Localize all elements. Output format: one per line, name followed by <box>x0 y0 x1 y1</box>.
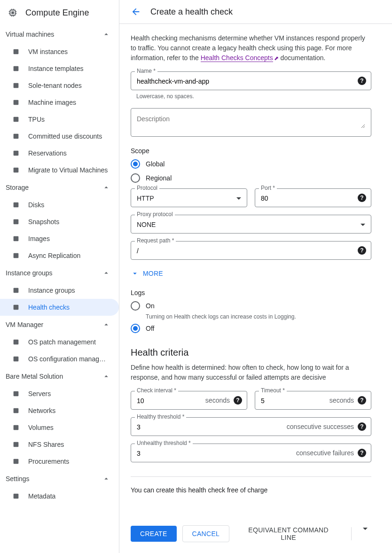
sidebar-item-label: Health checks <box>28 304 70 311</box>
sidebar-item-label: NFS Shares <box>28 441 64 448</box>
sidebar-item-label: Instance templates <box>28 65 84 72</box>
sidebar-item-label: Procurements <box>28 458 69 465</box>
section-header[interactable]: Storage <box>0 179 119 196</box>
request-path-input[interactable] <box>137 247 365 255</box>
timeout-input[interactable] <box>261 397 314 405</box>
help-icon[interactable]: ? <box>234 396 242 405</box>
logs-on-hint: Turning on Health check logs can increas… <box>146 313 371 320</box>
brand: Compute Engine <box>0 0 119 25</box>
sidebar-item-label: Sole-tenant nodes <box>28 82 82 89</box>
ig-icon <box>10 287 22 294</box>
help-icon[interactable]: ? <box>358 246 366 255</box>
sidebar-item-servers[interactable]: Servers <box>0 385 119 402</box>
unhealthy-threshold-field[interactable]: Unhealthy threshold * consecutive failur… <box>131 444 371 462</box>
request-path-field[interactable]: Request path * ? <box>131 241 371 260</box>
unhealthy-threshold-input[interactable] <box>137 450 314 457</box>
check-interval-input[interactable] <box>137 397 189 405</box>
logs-radio-on[interactable]: On <box>131 301 371 311</box>
back-button[interactable] <box>131 7 141 17</box>
scope-radio-global[interactable]: Global <box>131 159 371 169</box>
discount-icon <box>10 132 22 140</box>
help-icon[interactable]: ? <box>358 449 366 457</box>
svg-rect-9 <box>14 219 19 225</box>
section-header[interactable]: Virtual machines <box>0 25 119 43</box>
logs-radio-off[interactable]: Off <box>131 324 371 333</box>
image-icon <box>10 235 22 242</box>
svg-rect-0 <box>14 49 19 55</box>
chevron-down-icon <box>361 224 365 226</box>
help-icon[interactable]: ? <box>358 194 366 202</box>
sidebar-item-health-checks[interactable]: Health checks <box>0 299 119 316</box>
health-criteria-desc: Define how health is determined: how oft… <box>131 363 371 382</box>
sidebar-item-sole-tenant-nodes[interactable]: Sole-tenant nodes <box>0 77 119 94</box>
sidebar-item-label: OS configuration manageme... <box>28 355 108 363</box>
chevron-down-icon <box>236 197 241 200</box>
description-input[interactable] <box>137 115 365 128</box>
sidebar-item-metadata[interactable]: Metadata <box>0 488 119 505</box>
help-icon[interactable]: ? <box>358 77 366 85</box>
radio-label: Regional <box>146 174 172 182</box>
name-field[interactable]: Name * ? <box>131 71 371 90</box>
sidebar-item-label: Migrate to Virtual Machines <box>28 166 108 174</box>
sidebar-item-committed-use-discounts[interactable]: Committed use discounts <box>0 128 119 145</box>
sidebar-item-instance-templates[interactable]: Instance templates <box>0 60 119 77</box>
create-button[interactable]: CREATE <box>131 526 177 542</box>
sidebar-item-nfs-shares[interactable]: NFS Shares <box>0 436 119 453</box>
sidebar-item-vm-instances[interactable]: VM instances <box>0 43 119 60</box>
scope-radio-regional[interactable]: Regional <box>131 173 371 183</box>
sidebar-item-label: Reservations <box>28 149 67 157</box>
svg-rect-21 <box>14 494 19 499</box>
sidebar-item-label: Instance groups <box>28 287 75 294</box>
brand-title: Compute Engine <box>25 8 89 18</box>
sidebar-item-disks[interactable]: Disks <box>0 196 119 213</box>
command-line-dropdown[interactable] <box>359 526 371 541</box>
protocol-field[interactable]: Protocol HTTP <box>131 188 247 207</box>
chevron-up-icon <box>102 320 110 329</box>
section-header[interactable]: Bare Metal Solution <box>0 367 119 385</box>
request-path-label: Request path * <box>135 237 176 244</box>
sidebar-item-procurements[interactable]: Procurements <box>0 453 119 470</box>
help-icon[interactable]: ? <box>358 422 366 431</box>
sidebar-item-instance-groups[interactable]: Instance groups <box>0 282 119 299</box>
sidebar-item-tpus[interactable]: TPUs <box>0 111 119 128</box>
radio-icon <box>131 324 140 333</box>
description-field[interactable] <box>131 108 371 137</box>
timeout-field[interactable]: Timeout * seconds ? <box>255 391 371 410</box>
sidebar-item-reservations[interactable]: Reservations <box>0 145 119 162</box>
section-title: Instance groups <box>6 269 53 277</box>
sidebar-item-label: Metadata <box>28 492 55 500</box>
vm-icon <box>10 48 22 55</box>
sidebar-item-snapshots[interactable]: Snapshots <box>0 213 119 230</box>
help-icon[interactable]: ? <box>358 396 366 405</box>
action-bar: CREATE CANCEL EQUIVALENT COMMAND LINE <box>131 522 371 545</box>
section-header[interactable]: Settings <box>0 470 119 488</box>
equivalent-command-line-button[interactable]: EQUIVALENT COMMAND LINE <box>235 522 342 545</box>
cancel-button[interactable]: CANCEL <box>182 525 230 542</box>
sidebar-item-os-configuration-manageme[interactable]: OS configuration manageme... <box>0 350 119 367</box>
sidebar-item-async-replication[interactable]: Async Replication <box>0 247 119 264</box>
svg-rect-11 <box>14 253 19 258</box>
sidebar-item-networks[interactable]: Networks <box>0 402 119 419</box>
proxy-protocol-field[interactable]: Proxy protocol NONE <box>131 215 371 234</box>
page-title: Create a health check <box>150 7 233 17</box>
patch-icon <box>10 338 22 346</box>
sidebar-item-os-patch-management[interactable]: OS patch management <box>0 334 119 350</box>
healthy-threshold-field[interactable]: Healthy threshold * consecutive successe… <box>131 417 371 436</box>
external-link-icon: ⬈ <box>274 55 279 62</box>
sidebar-item-machine-images[interactable]: Machine images <box>0 94 119 111</box>
volume-icon <box>10 424 22 431</box>
name-input[interactable] <box>137 78 365 85</box>
port-input[interactable] <box>261 195 365 202</box>
check-interval-field[interactable]: Check interval * seconds ? <box>131 391 247 410</box>
sidebar-item-migrate-to-virtual-machines[interactable]: Migrate to Virtual Machines <box>0 162 119 179</box>
sidebar-item-volumes[interactable]: Volumes <box>0 419 119 436</box>
sidebar-item-label: Committed use discounts <box>28 132 102 140</box>
radio-label: On <box>146 302 155 310</box>
section-header[interactable]: Instance groups <box>0 264 119 282</box>
health-checks-concepts-link[interactable]: Health Checks Concepts <box>201 54 273 62</box>
section-header[interactable]: VM Manager <box>0 316 119 334</box>
disk-icon <box>10 201 22 209</box>
sidebar-item-images[interactable]: Images <box>0 230 119 247</box>
port-field[interactable]: Port * ? <box>255 188 371 207</box>
more-toggle[interactable]: MORE <box>131 269 371 278</box>
